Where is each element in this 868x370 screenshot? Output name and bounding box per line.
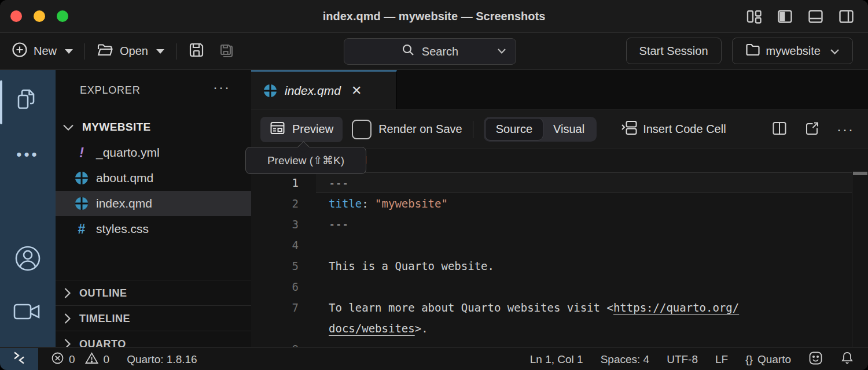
section-label: TIMELINE xyxy=(79,313,130,325)
line-number: 2 xyxy=(251,193,299,214)
chevron-right-icon xyxy=(64,313,71,324)
preview-button[interactable]: Preview xyxy=(260,117,343,142)
toggle-right-panel-icon[interactable] xyxy=(838,9,854,24)
line-number: 6 xyxy=(251,276,299,297)
code-link[interactable]: https://quarto.org/ xyxy=(613,301,739,314)
open-button[interactable]: Open xyxy=(97,42,164,60)
line-number: 8 xyxy=(251,339,299,347)
overview-ruler-cursor-marker xyxy=(853,172,867,175)
ellipsis-icon: ••• xyxy=(16,146,39,164)
encoding-setting[interactable]: UTF-8 xyxy=(667,353,698,366)
activity-video-button[interactable] xyxy=(0,300,56,325)
code-token: "mywebsite" xyxy=(375,197,448,210)
editor-mode-toggle: Source Visual xyxy=(484,117,597,142)
problems-indicator[interactable]: 0 0 xyxy=(51,352,109,368)
code-line[interactable]: 7To learn more about Quarto websites vis… xyxy=(251,297,852,318)
section-quarto[interactable]: QUARTO xyxy=(56,331,251,347)
code-line[interactable]: 2title: "mywebsite" xyxy=(251,193,852,214)
quarto-globe-icon xyxy=(74,197,89,210)
code-line[interactable]: 8 xyxy=(251,339,852,347)
eol-setting[interactable]: LF xyxy=(715,353,728,366)
start-session-label: Start Session xyxy=(639,45,708,58)
file-row-about-qmd[interactable]: about.qmd xyxy=(56,165,251,191)
chevron-down-icon xyxy=(65,49,73,54)
code-token: : xyxy=(362,197,375,210)
customize-layout-icon[interactable] xyxy=(746,9,762,24)
code-line[interactable]: 4 xyxy=(251,235,852,256)
chevron-down-icon xyxy=(156,49,164,54)
error-icon xyxy=(51,352,64,368)
search-input[interactable]: Search xyxy=(344,38,516,65)
file-row-index-qmd[interactable]: index.qmd xyxy=(56,191,251,216)
code-editor[interactable]: 1---2title: "mywebsite"3---45This is a Q… xyxy=(251,172,868,347)
code-token: >. xyxy=(415,322,428,335)
source-mode-button[interactable]: Source xyxy=(486,119,543,140)
split-editor-icon[interactable] xyxy=(772,121,787,138)
preview-label: Preview xyxy=(292,123,333,136)
code-link[interactable]: docs/websites xyxy=(329,322,415,335)
start-session-button[interactable]: Start Session xyxy=(626,38,722,64)
indentation-setting[interactable]: Spaces: 4 xyxy=(601,353,650,366)
activity-more-button[interactable]: ••• xyxy=(0,146,56,162)
line-number: 7 xyxy=(251,297,299,318)
workspace-button[interactable]: mywebsite xyxy=(732,38,853,64)
line-number: 4 xyxy=(251,235,299,256)
open-external-icon[interactable] xyxy=(804,121,819,138)
save-all-button[interactable] xyxy=(216,41,234,61)
root-folder-name: MYWEBSITE xyxy=(82,121,151,134)
activity-account-button[interactable] xyxy=(0,243,56,276)
tooltip-text: Preview (⇧⌘K) xyxy=(267,154,344,167)
insert-code-cell-button[interactable]: Insert Code Cell xyxy=(621,120,726,139)
folder-open-icon xyxy=(97,42,114,60)
explorer-title: EXPLORER xyxy=(80,84,140,97)
render-on-save-label: Render on Save xyxy=(378,123,462,136)
remote-indicator[interactable] xyxy=(0,348,38,370)
toggle-left-panel-icon[interactable] xyxy=(777,9,793,24)
preview-icon xyxy=(270,120,285,139)
title-bar: index.qmd — mywebsite — Screenshots xyxy=(0,0,868,33)
file-row-styles-css[interactable]: # styles.css xyxy=(56,216,251,242)
line-number: 1 xyxy=(251,172,299,193)
editor-scrollbar[interactable] xyxy=(852,172,868,347)
close-tab-icon[interactable]: ✕ xyxy=(351,84,362,97)
code-token: --- xyxy=(329,177,348,190)
save-button[interactable] xyxy=(188,42,205,61)
code-line[interactable]: 6 xyxy=(251,276,852,297)
code-line[interactable]: 1--- xyxy=(251,172,852,193)
language-mode[interactable]: {} Quarto xyxy=(745,353,791,366)
css-file-icon: # xyxy=(74,221,89,237)
workspace-root-folder[interactable]: MYWEBSITE xyxy=(56,115,251,139)
feedback-icon[interactable] xyxy=(808,351,823,368)
code-line[interactable]: 3--- xyxy=(251,214,852,235)
tab-index-qmd[interactable]: index.qmd ✕ xyxy=(251,70,397,109)
save-icon xyxy=(188,42,205,61)
explorer-panel: EXPLORER ··· MYWEBSITE ! _quarto.yml abo… xyxy=(56,70,251,347)
error-count: 0 xyxy=(69,353,75,366)
activity-bar: ••• xyxy=(0,70,56,347)
chevron-down-icon[interactable] xyxy=(497,48,506,54)
video-camera-icon xyxy=(13,300,43,325)
new-button[interactable]: New xyxy=(12,42,73,61)
notifications-bell-icon[interactable] xyxy=(840,351,854,368)
quarto-version[interactable]: Quarto: 1.8.16 xyxy=(127,353,197,366)
line-number: 3 xyxy=(251,214,299,235)
activity-explorer-button[interactable] xyxy=(0,77,56,127)
toggle-bottom-panel-icon[interactable] xyxy=(808,9,823,24)
cursor-position[interactable]: Ln 1, Col 1 xyxy=(530,353,583,366)
render-on-save-checkbox[interactable] xyxy=(352,120,372,139)
code-line[interactable]: docs/websites>. xyxy=(251,318,852,339)
visual-mode-button[interactable]: Visual xyxy=(543,119,595,140)
search-icon xyxy=(402,43,415,60)
more-actions-icon[interactable]: ··· xyxy=(837,121,854,138)
quarto-globe-icon xyxy=(264,84,277,97)
line-number xyxy=(251,318,299,339)
section-outline[interactable]: OUTLINE xyxy=(56,280,251,306)
explorer-more-actions[interactable]: ··· xyxy=(213,79,230,95)
code-line[interactable]: 5This is a Quarto website. xyxy=(251,256,852,276)
line-number: 5 xyxy=(251,256,299,276)
section-timeline[interactable]: TIMELINE xyxy=(56,305,251,331)
account-icon xyxy=(13,243,43,276)
file-row-quarto-yml[interactable]: ! _quarto.yml xyxy=(56,140,251,165)
app-window: index.qmd — mywebsite — Screenshots xyxy=(0,0,868,370)
chevron-down-icon xyxy=(62,124,74,131)
